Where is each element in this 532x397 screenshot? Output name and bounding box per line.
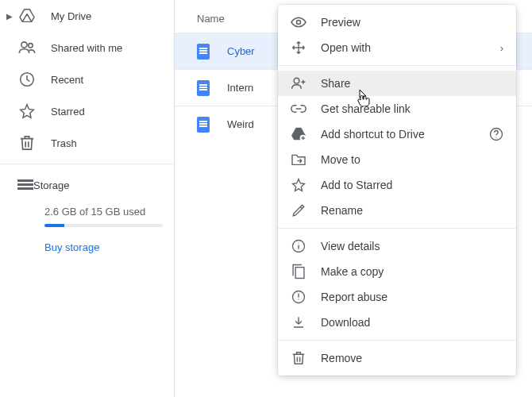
menu-item-download[interactable]: Download (278, 310, 516, 335)
menu-item-move-to[interactable]: Move to (278, 147, 516, 172)
svg-point-6 (297, 21, 301, 25)
sidebar-item-shared[interactable]: Shared with me (0, 32, 174, 64)
file-name: Cyber (227, 45, 255, 57)
svg-point-7 (294, 78, 299, 83)
sidebar-item-storage[interactable]: Storage (0, 169, 174, 201)
menu-item-make-a-copy[interactable]: Make a copy (278, 259, 516, 284)
file-name: Intern (227, 82, 253, 94)
menu-item-add-to-starred[interactable]: Add to Starred (278, 172, 516, 198)
folder-arrow-icon (291, 152, 306, 168)
expand-caret-icon: ▶ (6, 12, 17, 21)
menu-item-preview[interactable]: Preview (278, 10, 516, 35)
storage-label: Storage (33, 179, 70, 191)
svg-rect-11 (295, 268, 304, 279)
docs-icon (197, 44, 213, 60)
docs-icon (197, 80, 213, 96)
menu-item-report-abuse[interactable]: Report abuse (278, 284, 516, 310)
sidebar-item-label: Trash (51, 137, 77, 149)
menu-item-add-shortcut-to-drive[interactable]: Add shortcut to Drive (278, 121, 516, 147)
svg-rect-5 (17, 187, 33, 190)
sidebar-item-label: Recent (51, 74, 83, 86)
download-icon (291, 314, 306, 330)
svg-point-0 (21, 42, 27, 48)
storage-usage-text: 2.6 GB of 15 GB used (0, 201, 174, 222)
star-icon (291, 177, 306, 193)
sidebar-divider (0, 164, 174, 164)
menu-item-label: Add to Starred (321, 179, 392, 191)
menu-item-view-details[interactable]: View details (278, 233, 516, 259)
pencil-icon (291, 202, 306, 218)
sidebar-item-label: Starred (51, 106, 85, 118)
menu-item-label: Preview (321, 16, 360, 29)
svg-rect-4 (17, 183, 33, 186)
menu-item-label: Download (321, 316, 370, 329)
move-arrows-icon (291, 40, 306, 56)
people-icon (17, 38, 37, 57)
svg-rect-3 (17, 179, 33, 182)
sidebar-item-trash[interactable]: Trash (0, 127, 174, 159)
menu-item-label: Open with (321, 41, 371, 54)
chevron-right-icon: › (500, 42, 503, 54)
menu-item-label: Remove (321, 352, 362, 364)
file-name: Weird (227, 118, 254, 130)
sidebar-item-starred[interactable]: Starred (0, 95, 174, 127)
menu-item-rename[interactable]: Rename (278, 198, 516, 223)
trash-icon (17, 133, 37, 152)
sidebar-item-label: Shared with me (51, 42, 122, 54)
report-icon (291, 289, 306, 305)
menu-item-label: Share (321, 77, 350, 90)
buy-storage-link[interactable]: Buy storage (0, 227, 174, 253)
menu-item-label: Make a copy (321, 265, 384, 278)
drive-icon (17, 6, 37, 25)
menu-item-label: View details (321, 240, 380, 252)
docs-icon (197, 117, 213, 133)
menu-item-label: Move to (321, 153, 360, 166)
menu-item-get-shareable-link[interactable]: Get shareable link (278, 96, 516, 121)
menu-item-label: Get shareable link (321, 102, 411, 115)
menu-divider (278, 340, 516, 341)
menu-item-label: Rename (321, 204, 363, 217)
star-icon (17, 102, 37, 121)
sidebar-item-label: My Drive (51, 10, 91, 22)
person-add-icon (291, 75, 306, 91)
menu-item-remove[interactable]: Remove (278, 345, 516, 371)
sidebar-item-recent[interactable]: Recent (0, 64, 174, 95)
clock-icon (17, 70, 37, 89)
menu-divider (278, 65, 516, 66)
help-icon[interactable] (489, 127, 503, 141)
copy-icon (291, 264, 306, 279)
context-menu: PreviewOpen with›ShareGet shareable link… (278, 5, 516, 376)
info-icon (291, 238, 306, 254)
drive-add-icon (291, 126, 306, 142)
storage-icon (17, 179, 33, 191)
sidebar-item-my-drive[interactable]: ▶ My Drive (0, 0, 174, 32)
menu-item-label: Report abuse (321, 291, 387, 303)
menu-item-open-with[interactable]: Open with› (278, 35, 516, 60)
eye-icon (291, 14, 306, 30)
trash-icon (291, 350, 306, 366)
menu-item-share[interactable]: Share (278, 71, 516, 96)
menu-divider (278, 228, 516, 229)
sidebar: ▶ My Drive Shared with me Recent Starred… (0, 0, 175, 397)
svg-point-1 (29, 44, 33, 48)
menu-item-label: Add shortcut to Drive (321, 128, 425, 141)
link-icon (291, 101, 306, 117)
